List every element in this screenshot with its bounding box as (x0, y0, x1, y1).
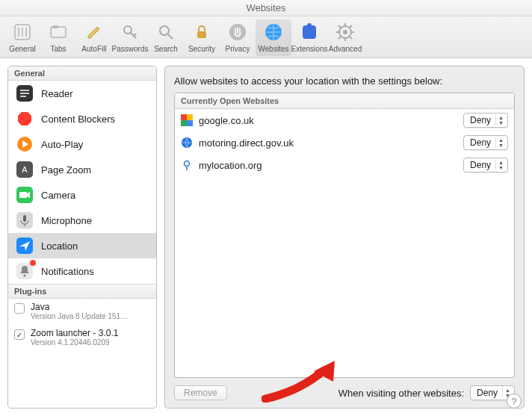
preferences-toolbar: General Tabs AutoFill Passwords Search S… (0, 16, 532, 58)
reader-icon (16, 84, 34, 102)
website-row[interactable]: google.co.uk Deny▲▼ (175, 109, 514, 131)
toolbar-extensions[interactable]: Extensions (291, 19, 327, 56)
toolbar-label: Websites (259, 45, 289, 53)
svg-rect-43 (181, 114, 187, 120)
permission-select[interactable]: Deny▲▼ (463, 158, 508, 173)
svg-point-7 (160, 26, 169, 35)
microphone-icon (16, 211, 34, 229)
panel-description: Allow websites to access your location w… (174, 75, 515, 87)
sidebar-item-label: Notifications (41, 266, 94, 277)
favicon-icon (181, 159, 193, 171)
stop-icon (16, 110, 34, 128)
location-settings-panel: Allow websites to access your location w… (164, 66, 525, 409)
permission-select[interactable]: Deny▲▼ (463, 113, 508, 128)
sidebar-item-microphone[interactable]: Microphone (8, 208, 156, 233)
toolbar-label: AutoFill (81, 45, 106, 53)
svg-rect-45 (181, 120, 187, 126)
sidebar-item-label: Microphone (41, 215, 92, 226)
sidebar-item-reader[interactable]: Reader (8, 81, 156, 106)
toolbar-privacy[interactable]: Privacy (220, 19, 256, 56)
sidebar-item-label: Content Blockers (41, 114, 115, 125)
toolbar-passwords[interactable]: Passwords (112, 19, 148, 56)
svg-point-48 (185, 161, 190, 167)
pencil-icon (83, 21, 105, 43)
help-button[interactable]: ? (507, 394, 522, 409)
toolbar-autofill[interactable]: AutoFill (76, 19, 112, 56)
svg-point-13 (307, 23, 312, 28)
notification-badge-icon (30, 260, 36, 266)
sidebar-item-label: Location (41, 240, 78, 252)
search-icon (155, 21, 177, 43)
globe-icon (262, 21, 285, 43)
svg-rect-34 (19, 192, 27, 198)
sidebar-section-plugins: Plug-ins (8, 284, 156, 299)
plugin-checkbox[interactable]: ✓ (14, 329, 25, 340)
svg-line-22 (350, 25, 352, 28)
svg-rect-44 (187, 114, 193, 120)
toolbar-label: Security (188, 45, 215, 53)
svg-text:A: A (22, 165, 28, 174)
toolbar-security[interactable]: Security (184, 19, 220, 56)
svg-rect-37 (23, 215, 26, 222)
svg-point-15 (343, 30, 347, 34)
favicon-icon (181, 137, 193, 149)
location-arrow-icon (16, 237, 34, 255)
toolbar-advanced[interactable]: Advanced (327, 19, 363, 56)
svg-rect-9 (197, 31, 206, 38)
svg-line-21 (350, 37, 352, 39)
list-header: Currently Open Websites (175, 93, 514, 109)
sidebar-item-auto-play[interactable]: Auto-Play (8, 131, 156, 157)
favicon-icon (181, 114, 193, 126)
plugin-name: Zoom launcher - 3.0.1 (31, 328, 150, 338)
svg-line-8 (168, 34, 173, 39)
sidebar-item-page-zoom[interactable]: A Page Zoom (8, 157, 156, 182)
svg-rect-46 (187, 120, 193, 126)
sidebar-item-location[interactable]: Location (8, 233, 156, 258)
toolbar-websites[interactable]: Websites (256, 19, 291, 56)
toolbar-label: Extensions (291, 45, 328, 53)
default-permission-label: When visiting other websites: (338, 388, 464, 399)
remove-button[interactable]: Remove (174, 385, 227, 400)
key-icon (119, 21, 141, 43)
permission-select[interactable]: Deny▲▼ (463, 135, 508, 150)
window-title: Websites (0, 0, 532, 16)
sidebar-item-label: Reader (41, 88, 73, 99)
plugin-checkbox[interactable] (14, 303, 25, 314)
toolbar-label: Search (154, 45, 178, 53)
sidebar-item-content-blockers[interactable]: Content Blockers (8, 106, 156, 131)
toolbar-label: Privacy (226, 45, 250, 53)
switches-icon (11, 21, 34, 43)
sidebar-item-notifications[interactable]: Notifications (8, 258, 156, 284)
toolbar-general[interactable]: General (4, 19, 40, 56)
sidebar-item-camera[interactable]: Camera (8, 182, 156, 208)
svg-rect-5 (52, 25, 58, 28)
plugin-zoom-launcher[interactable]: ✓ Zoom launcher - 3.0.1 Version 4.1.2044… (8, 325, 156, 351)
svg-point-41 (23, 274, 25, 276)
toolbar-tabs[interactable]: Tabs (40, 19, 76, 56)
website-row[interactable]: mylocation.org Deny▲▼ (175, 154, 514, 176)
website-row[interactable]: motoring.direct.gov.uk Deny▲▼ (175, 131, 514, 154)
plugin-java[interactable]: Java Version Java 8 Update 151… (8, 299, 156, 325)
plugin-name: Java (31, 302, 150, 312)
website-domain: mylocation.org (199, 160, 457, 171)
svg-rect-4 (51, 27, 66, 37)
zoom-icon: A (16, 161, 34, 178)
sidebar-item-label: Auto-Play (41, 139, 83, 150)
sidebar-item-label: Camera (41, 190, 75, 201)
camera-icon (16, 186, 34, 204)
plugin-version: Version Java 8 Update 151… (31, 312, 150, 320)
svg-line-20 (338, 25, 341, 28)
toolbar-search[interactable]: Search (148, 19, 184, 56)
tabs-icon (47, 21, 69, 43)
websites-list: Currently Open Websites google.co.uk Den… (174, 93, 515, 378)
play-icon (16, 135, 34, 153)
toolbar-label: Advanced (329, 45, 362, 53)
toolbar-label: Tabs (50, 45, 66, 53)
websites-sidebar: General Reader Content Blockers Auto-Pla… (7, 66, 157, 409)
bell-icon (16, 262, 34, 280)
plugin-version: Version 4.1.20446.0209 (31, 338, 150, 347)
sidebar-item-label: Page Zoom (41, 164, 91, 176)
sidebar-section-general: General (8, 66, 156, 81)
puzzle-icon (298, 21, 321, 43)
website-domain: motoring.direct.gov.uk (199, 137, 457, 149)
